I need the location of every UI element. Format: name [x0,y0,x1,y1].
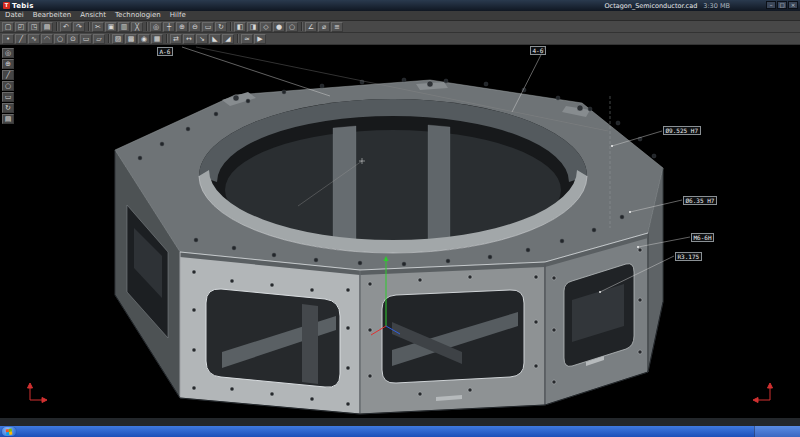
polygon-icon[interactable]: ▱ [93,34,105,44]
measure-icon[interactable]: ∠ [305,22,317,32]
settings-icon[interactable]: ≡ [331,22,343,32]
annotation-label: 4-6 [530,46,546,55]
select-icon[interactable]: ◎ [150,22,162,32]
mirror-icon[interactable]: ⇄ [170,34,182,44]
menu-bearbeiten[interactable]: Bearbeiten [33,11,71,20]
rotate-view-icon[interactable]: ↻ [215,22,227,32]
view-top-icon[interactable]: ◧ [234,22,246,32]
layers-icon[interactable]: ▤ [2,114,14,124]
rectangle-icon[interactable]: ▭ [80,34,92,44]
viewport-3d[interactable]: ◎⊕╱○▭↻▤ [0,45,800,417]
tebis-window: T Tebis Octagon_Semiconductor.cad 3:30 M… [0,0,800,437]
view-front-icon[interactable]: ◨ [247,22,259,32]
diameter-icon[interactable]: ⌀ [318,22,330,32]
view-iso-icon[interactable]: ◇ [260,22,272,32]
menu-hilfe[interactable]: Hilfe [170,11,186,20]
solid-icon[interactable]: ▩ [125,34,137,44]
menu-datei[interactable]: Datei [5,11,24,20]
hole-icon[interactable]: ◉ [138,34,150,44]
toolbar-separator [230,22,231,31]
toolbar-separator [56,22,57,31]
zoom-fit-icon[interactable]: ▭ [202,22,214,32]
sketch-circle-icon[interactable]: ○ [2,81,14,91]
window-front [382,290,524,383]
start-button[interactable] [2,427,16,436]
point-icon[interactable]: • [2,34,14,44]
menubar: DateiBearbeitenAnsichtTechnologienHilfe [0,11,800,21]
tebis-logo: T Tebis [3,2,34,10]
toolbar-separator [146,22,147,31]
csys-icon[interactable]: ⊕ [2,59,14,69]
cad-scene [0,45,800,417]
toolbar-separator [301,22,302,31]
annotation-label: Ø9.525 H7 [663,126,701,135]
window-front-left [206,289,340,387]
model-octagon-ring[interactable] [115,78,663,414]
toolbar-left: ◎⊕╱○▭↻▤ [2,48,14,124]
chamfer-icon[interactable]: ◢ [222,34,234,44]
statusbar [0,417,800,426]
window-controls: – □ × [766,1,798,9]
new-file-icon[interactable]: ▢ [2,22,14,32]
mesh-icon[interactable]: ▦ [151,34,163,44]
open-file-icon[interactable]: ◰ [15,22,27,32]
toolbar-separator [166,34,167,43]
redo-icon[interactable]: ↷ [73,22,85,32]
annotation-label: A-6 [157,47,173,56]
menu-ansicht[interactable]: Ansicht [80,11,106,20]
close-button[interactable]: × [788,1,798,9]
sketch-line-icon[interactable]: ╱ [2,70,14,80]
taskbar [0,426,800,437]
zoom-in-icon[interactable]: ⊕ [176,22,188,32]
windows-logo-icon [6,428,12,434]
toolbar-separator [108,34,109,43]
cut-icon[interactable]: ✂ [92,22,104,32]
system-tray[interactable] [754,426,800,437]
scale-icon[interactable]: ↘ [196,34,208,44]
select-tool-icon[interactable]: ◎ [2,48,14,58]
line-icon[interactable]: ╱ [15,34,27,44]
toolbar-separator [237,34,238,43]
annotation-label: M6-6H [691,233,714,242]
document-filename: Octagon_Semiconductor.cad [604,2,697,10]
delete-icon[interactable]: ╳ [131,22,143,32]
corner-axis-right [753,383,773,403]
document-meta: 3:30 MB [703,2,730,10]
undo-icon[interactable]: ↶ [60,22,72,32]
move-icon[interactable]: ↔ [183,34,195,44]
arc-icon[interactable]: ◠ [41,34,53,44]
document-title: Octagon_Semiconductor.cad 3:30 MB [604,2,730,10]
circle-center-icon[interactable]: ⊙ [67,34,79,44]
print-icon[interactable]: ▤ [41,22,53,32]
orbit-icon[interactable]: ↻ [2,103,14,113]
fillet-icon[interactable]: ◣ [209,34,221,44]
menu-technologien[interactable]: Technologien [115,11,161,20]
app-name: Tebis [12,2,34,10]
save-file-icon[interactable]: ◳ [28,22,40,32]
titlebar: T Tebis Octagon_Semiconductor.cad 3:30 M… [0,0,800,11]
surface-icon[interactable]: ▨ [112,34,124,44]
maximize-button[interactable]: □ [777,1,787,9]
corner-axis-left [28,383,48,403]
circle-icon[interactable]: ○ [54,34,66,44]
paste-icon[interactable]: ▥ [118,22,130,32]
copy-icon[interactable]: ▣ [105,22,117,32]
toolbar-row-1: ▢◰◳▤↶↷✂▣▥╳◎┼⊕⊖▭↻◧◨◇●○∠⌀≡ [0,21,800,33]
analyze-icon[interactable]: ≈ [241,34,253,44]
wireframe-mode-icon[interactable]: ○ [286,22,298,32]
shaded-mode-icon[interactable]: ● [273,22,285,32]
simulate-icon[interactable]: ▶ [254,34,266,44]
toolbar-row-2: •╱∿◠○⊙▭▱▨▩◉▦⇄↔↘◣◢≈▶ [0,33,800,45]
work-plane-icon[interactable]: ▭ [2,92,14,102]
toolbar-separator [88,22,89,31]
annotation-label: Ø6.35 H7 [683,196,717,205]
annotation-label: R3.175 [675,252,702,261]
minimize-button[interactable]: – [766,1,776,9]
spline-icon[interactable]: ∿ [28,34,40,44]
pan-icon[interactable]: ┼ [163,22,175,32]
zoom-out-icon[interactable]: ⊖ [189,22,201,32]
tebis-logo-icon: T [3,2,10,9]
